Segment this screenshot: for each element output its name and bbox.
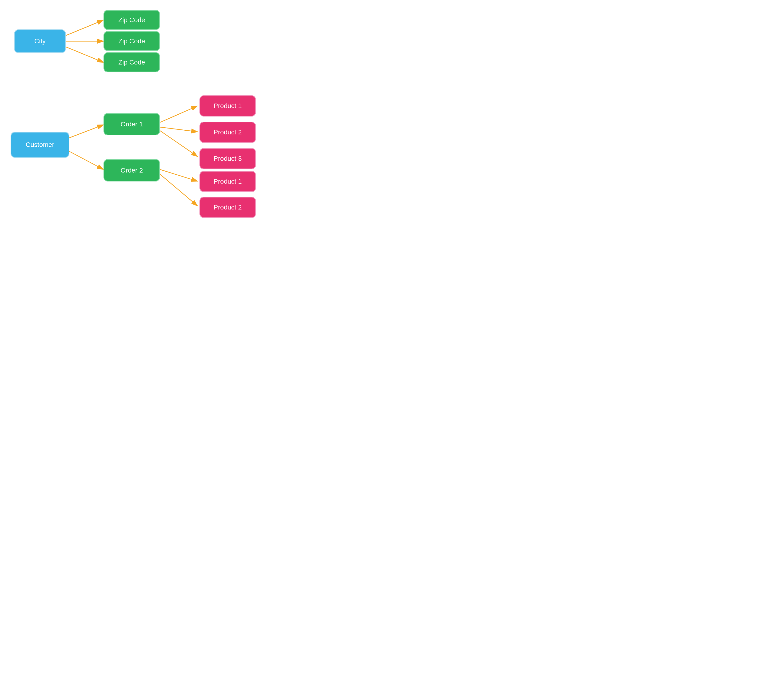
product3a-label: Product 3	[214, 155, 242, 162]
svg-line-8	[160, 130, 198, 157]
zipcode1-node: Zip Code	[104, 10, 160, 30]
svg-line-9	[160, 170, 198, 181]
svg-line-4	[64, 125, 104, 140]
customer-node: Customer	[11, 132, 69, 158]
product2a-label: Product 2	[214, 129, 242, 136]
product2b-label: Product 2	[214, 204, 242, 211]
product1a-label: Product 1	[214, 102, 242, 110]
product1a-node: Product 1	[199, 95, 256, 117]
product1b-label: Product 1	[214, 178, 242, 185]
product3a-node: Product 3	[199, 148, 256, 169]
order1-label: Order 1	[121, 120, 143, 128]
svg-line-3	[64, 46, 104, 63]
product2b-node: Product 2	[199, 197, 256, 218]
zipcode3-label: Zip Code	[118, 59, 145, 66]
order2-node: Order 2	[104, 159, 160, 181]
order2-label: Order 2	[121, 167, 143, 174]
svg-line-5	[64, 148, 104, 170]
diagram-container: City Zip Code Zip Code Zip Code Customer…	[0, 0, 274, 240]
zipcode3-node: Zip Code	[104, 52, 160, 72]
svg-line-1	[64, 20, 104, 36]
customer-label: Customer	[26, 141, 54, 148]
zipcode2-label: Zip Code	[118, 38, 145, 45]
order1-node: Order 1	[104, 113, 160, 135]
svg-line-7	[160, 127, 198, 132]
product2a-node: Product 2	[199, 122, 256, 143]
product1b-node: Product 1	[199, 171, 256, 192]
svg-line-6	[160, 106, 198, 122]
city-label: City	[35, 38, 46, 45]
city-node: City	[14, 30, 66, 53]
zipcode2-node: Zip Code	[104, 31, 160, 51]
zipcode1-label: Zip Code	[118, 16, 145, 24]
svg-line-10	[160, 174, 198, 206]
